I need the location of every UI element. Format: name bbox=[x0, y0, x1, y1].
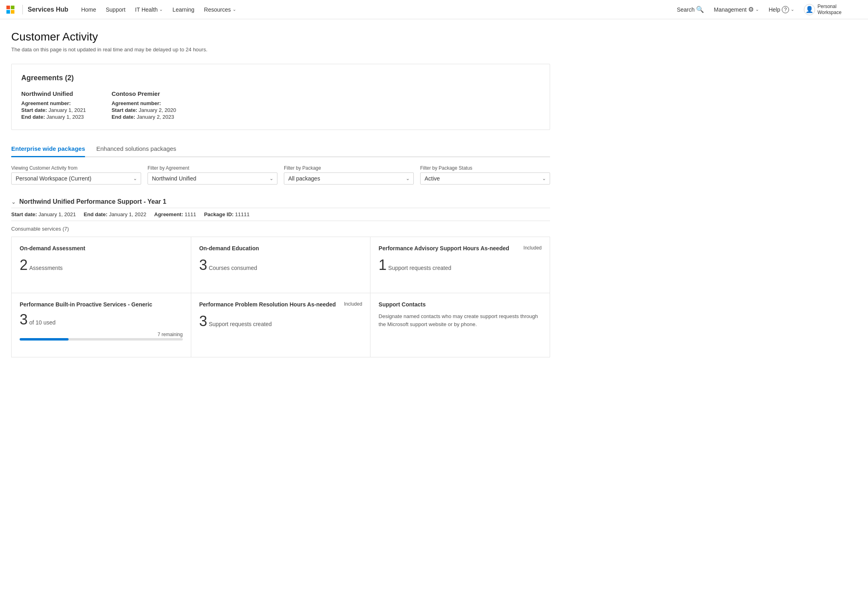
filter-label-1: Filter by Agreement bbox=[148, 165, 277, 171]
service-card-count-label-0: Assessments bbox=[29, 265, 63, 271]
service-card-count-3: 3 bbox=[20, 312, 28, 327]
agreements-grid: Northwind Unified Agreement number: Star… bbox=[21, 90, 540, 120]
agreement-start-value-0: January 1, 2021 bbox=[49, 107, 86, 113]
nav-link-home[interactable]: Home bbox=[76, 0, 101, 19]
filter-label-2: Filter by Package bbox=[284, 165, 414, 171]
main-content: Customer Activity The data on this page … bbox=[0, 19, 561, 369]
nav-link-resources[interactable]: Resources ⌄ bbox=[199, 0, 241, 19]
service-card-4: Performance Problem Resolution Hours As-… bbox=[191, 293, 371, 357]
package-start-value: January 1, 2021 bbox=[38, 211, 76, 217]
nav-links: Home Support IT Health ⌄ Learning Resour… bbox=[76, 0, 673, 19]
nav-link-support[interactable]: Support bbox=[101, 0, 130, 19]
microsoft-logo[interactable] bbox=[6, 6, 14, 14]
filter-select-1[interactable]: Northwind Unified bbox=[148, 172, 277, 184]
filter-group-2: Filter by Package All packages ⌄ bbox=[284, 165, 414, 184]
tab-enhanced[interactable]: Enhanced solutions packages bbox=[96, 141, 176, 157]
ithealth-chevron-icon: ⌄ bbox=[159, 7, 163, 12]
service-card-0: On-demand Assessment 2 Assessments bbox=[12, 237, 191, 293]
help-button[interactable]: Help ? ⌄ bbox=[765, 6, 798, 13]
search-text: Search bbox=[677, 6, 694, 13]
search-button[interactable]: Search 🔍 bbox=[673, 6, 708, 13]
agreement-name-1: Contoso Premier bbox=[111, 90, 176, 97]
service-card-count-0: 2 bbox=[20, 258, 28, 272]
user-icon: 👤 bbox=[804, 4, 815, 15]
package-expand-icon[interactable]: ⌄ bbox=[11, 199, 16, 205]
service-card-title-1: On-demand Education bbox=[199, 245, 362, 251]
service-card-count-wrap-4: 3 Support requests created bbox=[199, 314, 362, 328]
nav-right: Search 🔍 Management ⚙ ⌄ Help ? ⌄ 👤 Perso… bbox=[673, 4, 862, 15]
agreement-number-label-0: Agreement number: bbox=[21, 100, 71, 106]
management-button[interactable]: Management ⚙ ⌄ bbox=[710, 6, 763, 13]
consumable-label: Consumable services (7) bbox=[11, 226, 550, 232]
agreement-number-label-1: Agreement number: bbox=[111, 100, 161, 106]
nav-link-ithealth[interactable]: IT Health ⌄ bbox=[130, 0, 168, 19]
user-button[interactable]: 👤 Personal Workspace bbox=[800, 4, 862, 15]
service-card-count-1: 3 bbox=[199, 258, 207, 272]
agreement-name-0: Northwind Unified bbox=[21, 90, 86, 97]
service-card-progress-wrap-3: 7 remaining bbox=[20, 332, 183, 341]
service-card-title-header-2: Performance Advisory Support Hours As-ne… bbox=[378, 245, 542, 251]
agreement-start-1: Start date: January 2, 2020 bbox=[111, 107, 176, 113]
package-section: ⌄ Northwind Unified Performance Support … bbox=[11, 194, 550, 357]
resources-chevron-icon: ⌄ bbox=[233, 7, 236, 12]
agreement-end-value-0: January 1, 2023 bbox=[47, 114, 84, 120]
agreement-end-value-1: January 2, 2023 bbox=[137, 114, 174, 120]
agreement-end-0: End date: January 1, 2023 bbox=[21, 114, 86, 120]
services-grid-row2: Performance Built-in Proactive Services … bbox=[11, 293, 550, 357]
service-card-1: On-demand Education 3 Courses consumed bbox=[191, 237, 371, 293]
package-end-value: January 1, 2022 bbox=[109, 211, 146, 217]
svg-rect-3 bbox=[11, 10, 14, 14]
filter-select-3[interactable]: Active bbox=[420, 172, 550, 184]
service-card-title-2: Performance Advisory Support Hours As-ne… bbox=[378, 245, 520, 251]
agreements-card: Agreements (2) Northwind Unified Agreeme… bbox=[11, 64, 550, 130]
service-card-count-label-2: Support requests created bbox=[388, 265, 451, 271]
service-card-count-label-1: Courses consumed bbox=[209, 265, 257, 271]
service-card-title-0: On-demand Assessment bbox=[20, 245, 183, 251]
nav-link-learning[interactable]: Learning bbox=[168, 0, 199, 19]
service-card-count-wrap-2: 1 Support requests created bbox=[378, 258, 542, 272]
agreement-start-value-1: January 2, 2020 bbox=[139, 107, 176, 113]
personal-workspace-label: Personal Workspace bbox=[817, 4, 858, 15]
filter-label-3: Filter by Package Status bbox=[420, 165, 550, 171]
help-icon: ? bbox=[782, 6, 789, 13]
agreement-end-label-1: End date: bbox=[111, 114, 135, 120]
filter-label-0: Viewing Customer Activity from bbox=[11, 165, 141, 171]
search-icon: 🔍 bbox=[696, 6, 704, 13]
filter-group-1: Filter by Agreement Northwind Unified ⌄ bbox=[148, 165, 277, 184]
package-id-value: 11111 bbox=[235, 211, 249, 217]
nav-divider bbox=[22, 5, 23, 14]
nav-brand[interactable]: Services Hub bbox=[28, 6, 68, 13]
service-card-count-2: 1 bbox=[378, 258, 386, 272]
service-card-remaining-3: 7 remaining bbox=[20, 332, 183, 337]
service-card-count-wrap-1: 3 Courses consumed bbox=[199, 258, 362, 272]
tab-enterprise[interactable]: Enterprise wide packages bbox=[11, 141, 85, 157]
filter-group-3: Filter by Package Status Active ⌄ bbox=[420, 165, 550, 184]
agreement-start-label-0: Start date: bbox=[21, 107, 47, 113]
service-card-count-wrap-0: 2 Assessments bbox=[20, 258, 183, 272]
help-chevron-icon: ⌄ bbox=[791, 7, 794, 12]
package-agreement-label: Agreement: bbox=[154, 211, 183, 217]
svg-rect-1 bbox=[11, 6, 14, 9]
filter-select-2[interactable]: All packages bbox=[284, 172, 414, 184]
filter-group-0: Viewing Customer Activity from Personal … bbox=[11, 165, 141, 184]
agreement-start-0: Start date: January 1, 2021 bbox=[21, 107, 86, 113]
progress-bar-bg-3 bbox=[20, 338, 183, 341]
page-title: Customer Activity bbox=[11, 30, 550, 43]
filter-select-0[interactable]: Personal Workspace (Current) bbox=[11, 172, 141, 184]
package-id-label: Package ID: bbox=[204, 211, 234, 217]
filters-row: Viewing Customer Activity from Personal … bbox=[11, 165, 550, 184]
package-meta: Start date: January 1, 2021 End date: Ja… bbox=[11, 208, 550, 221]
svg-rect-2 bbox=[6, 10, 10, 14]
agreement-end-1: End date: January 2, 2023 bbox=[111, 114, 176, 120]
agreement-number-1: Agreement number: bbox=[111, 100, 176, 106]
gear-icon: ⚙ bbox=[748, 6, 754, 13]
service-card-count-wrap-3: 3 of 10 used bbox=[20, 312, 183, 327]
agreement-end-label-0: End date: bbox=[21, 114, 45, 120]
service-card-included-2: Included bbox=[524, 245, 542, 251]
svg-rect-0 bbox=[6, 6, 10, 9]
service-card-title-header-4: Performance Problem Resolution Hours As-… bbox=[199, 301, 362, 308]
navbar: Services Hub Home Support IT Health ⌄ Le… bbox=[0, 0, 868, 19]
service-card-total-3: 10 bbox=[36, 319, 42, 326]
services-grid-row1: On-demand Assessment 2 Assessments On-de… bbox=[11, 237, 550, 293]
agreements-title: Agreements (2) bbox=[21, 74, 540, 82]
